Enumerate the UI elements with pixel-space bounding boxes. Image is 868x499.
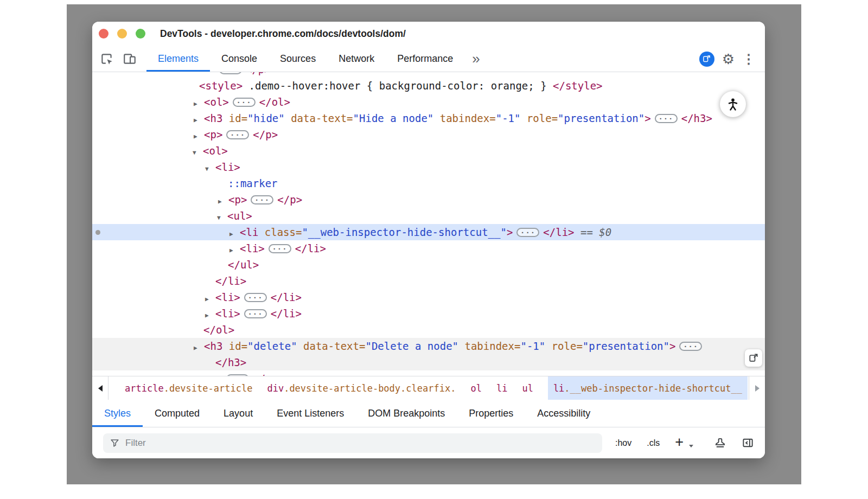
filter-input[interactable] — [125, 438, 596, 449]
code-val: "-1" — [496, 112, 521, 124]
code-tag: <h3 — [204, 340, 222, 352]
dom-tree-row[interactable]: <style> .demo--hover:hover { background-… — [92, 78, 765, 94]
breadcrumb-item[interactable]: article.devsite-article — [125, 376, 252, 400]
tab-accessibility[interactable]: Accessibility — [525, 400, 602, 427]
settings-button[interactable]: ⚙ — [722, 52, 735, 66]
code-tag: </li> — [271, 308, 302, 319]
dom-tree-row[interactable]: ▶<p>···</p> — [92, 370, 765, 376]
inline-expand-icon[interactable]: ··· — [244, 293, 267, 302]
breadcrumbs: article.devsite-articlediv.devsite-artic… — [108, 376, 749, 400]
code-attr: class= — [258, 226, 302, 238]
crumb-tag: li — [496, 383, 507, 394]
dom-tree-row[interactable]: ::marker — [92, 175, 765, 191]
code-tag: </h3> — [681, 112, 712, 124]
styles-toolbar-buttons: :hov .cls + — [615, 436, 754, 450]
toggle-device-toolbar-button[interactable] — [122, 46, 138, 72]
close-window-button[interactable] — [99, 29, 108, 39]
dom-tree-row[interactable]: ▶<ol>···</ol> — [92, 94, 765, 110]
code-val: "-1" — [520, 340, 545, 352]
inline-expand-icon[interactable]: ··· — [516, 228, 539, 237]
dom-tree-row[interactable]: ▼<ol> — [92, 143, 765, 159]
dom-tree-row[interactable]: </ol> — [92, 322, 765, 338]
crumb-tag: ol — [470, 383, 481, 394]
feedback-button[interactable] — [699, 52, 714, 67]
inline-expand-icon[interactable]: ··· — [679, 342, 702, 351]
toggle-sidebar-button[interactable] — [742, 437, 754, 449]
breadcrumb-scroll-left-button[interactable] — [92, 376, 108, 400]
breadcrumb-bar: article.devsite-articlediv.devsite-artic… — [92, 376, 765, 400]
dom-tree-row[interactable]: ▶<li>···</li> — [92, 240, 765, 257]
code-val: "presentation" — [558, 112, 644, 124]
tab-elements[interactable]: Elements — [146, 46, 210, 72]
dom-tree-row[interactable]: ▶<p>···</p> — [92, 126, 765, 143]
tab-console[interactable]: Console — [210, 46, 269, 72]
zoom-window-button[interactable] — [136, 29, 145, 39]
toggle-element-state-button[interactable]: :hov — [615, 438, 631, 448]
code-val: "Hide a node" — [353, 112, 434, 124]
tab-performance[interactable]: Performance — [386, 46, 464, 72]
tab-computed[interactable]: Computed — [143, 400, 212, 427]
code-tag: </p> — [277, 194, 302, 206]
inline-expand-icon[interactable]: ··· — [244, 309, 267, 318]
dom-tree-row[interactable]: ▶<li>···</li> — [92, 289, 765, 305]
toggle-emulations-button[interactable] — [714, 437, 726, 449]
dom-tree-row[interactable]: ···</p> — [92, 72, 765, 78]
inline-expand-icon[interactable]: ··· — [233, 98, 256, 107]
code-tag: </ol> — [259, 96, 290, 108]
tab-sources[interactable]: Sources — [269, 46, 327, 72]
dom-tree-row[interactable]: ▶<p>···</p> — [92, 191, 765, 208]
minimize-window-button[interactable] — [117, 29, 127, 39]
breadcrumb-item[interactable]: li.__web-inspector-hide-shortcut__ — [548, 376, 748, 400]
inline-expand-icon[interactable]: ··· — [219, 72, 242, 74]
dom-tree-row[interactable]: ▶<li>···</li> — [92, 305, 765, 322]
tab-layout[interactable]: Layout — [212, 400, 265, 427]
code-tag: </p> — [246, 72, 271, 75]
breadcrumb-item[interactable]: ol — [470, 376, 481, 400]
scroll-into-view-button[interactable] — [745, 349, 762, 367]
inspect-element-button[interactable] — [99, 46, 115, 72]
tab-network[interactable]: Network — [327, 46, 386, 72]
dom-tree-row[interactable]: ▼<li> — [92, 159, 765, 175]
code-tag: </h3> — [215, 356, 246, 368]
inline-expand-icon[interactable]: ··· — [226, 130, 249, 139]
stamp-icon — [714, 437, 726, 449]
accessibility-overlay-button[interactable] — [720, 91, 746, 117]
customize-menu-button[interactable]: ⋮ — [742, 53, 755, 66]
code-tag: </li> — [543, 226, 574, 238]
arrow-square-icon — [702, 54, 711, 63]
dom-tree-row[interactable]: ▼<ul> — [92, 208, 765, 224]
dom-tree-row[interactable]: ▶<li class="__web-inspector-hide-shortcu… — [92, 224, 765, 240]
crumb-cls: .__web-inspector-hide-shortcut__ — [564, 383, 742, 394]
dom-tree-row[interactable]: </li> — [92, 273, 765, 289]
element-classes-button[interactable]: .cls — [647, 438, 660, 448]
more-tabs-button[interactable]: » — [464, 46, 487, 72]
crumb-cls: .devsite-article — [164, 383, 253, 394]
dom-tree-row[interactable]: </ul> — [92, 257, 765, 273]
code-val: "__web-inspector-hide-shortcut__" — [302, 226, 507, 238]
code-attr: role= — [520, 112, 558, 124]
code-text: .demo--hover:hover { background-color: o… — [242, 80, 553, 92]
tab-dom-breakpoints[interactable]: DOM Breakpoints — [356, 400, 457, 427]
tab-event-listeners[interactable]: Event Listeners — [265, 400, 356, 427]
code-attr: data-text= — [285, 112, 353, 124]
code-tag: <li> — [215, 161, 240, 173]
inline-expand-icon[interactable]: ··· — [655, 114, 678, 123]
dom-tree-row[interactable]: ▶<h3 id="delete" data-text="Delete a nod… — [92, 338, 765, 354]
breadcrumb-item[interactable]: li — [496, 376, 507, 400]
title-bar: DevTools - developer.chrome.com/docs/dev… — [92, 22, 765, 46]
styles-filter-field[interactable] — [103, 433, 602, 453]
breadcrumb-item[interactable]: ul — [522, 376, 533, 400]
breadcrumb-item[interactable]: div.devsite-article-body.clearfix. — [267, 376, 456, 400]
tab-properties[interactable]: Properties — [457, 400, 525, 427]
new-style-rule-button[interactable]: + — [675, 435, 684, 450]
selection-dot-icon — [95, 230, 100, 235]
inline-expand-icon[interactable]: ··· — [269, 244, 291, 253]
code-val: "delete" — [247, 340, 297, 352]
dom-tree-row[interactable]: ▶<h3 id="hide" data-text="Hide a node" t… — [92, 110, 765, 126]
code-attr: tabindex= — [458, 340, 520, 352]
breadcrumb-scroll-right-button[interactable] — [749, 376, 765, 400]
tab-styles[interactable]: Styles — [92, 400, 143, 427]
dom-tree-row[interactable]: </h3> — [92, 354, 765, 370]
code-tag: </p> — [253, 129, 278, 140]
inline-expand-icon[interactable]: ··· — [251, 195, 273, 204]
